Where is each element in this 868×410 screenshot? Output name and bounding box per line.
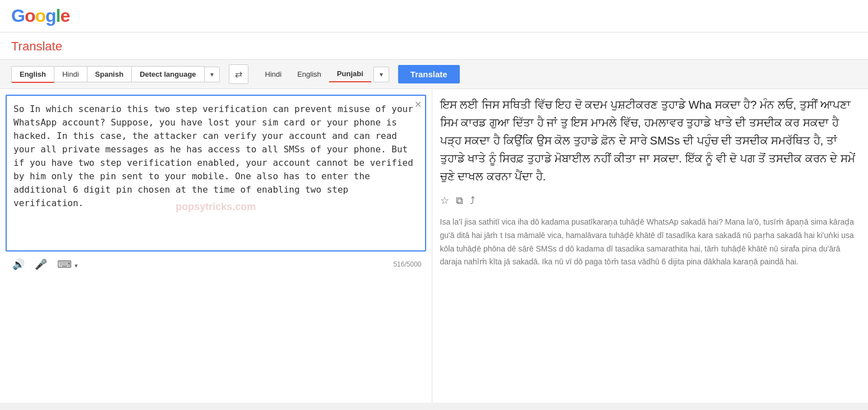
- toolbar: English Hindi Spanish Detect language ▾ …: [0, 60, 868, 89]
- clear-icon: ✕: [414, 100, 422, 109]
- translate-button[interactable]: Translate: [398, 65, 460, 83]
- main-content: ✕ popsytricks.com 🔊 🎤 ⌨ ▾ 516/5000 ਇਸ ਲਈ…: [0, 89, 868, 403]
- textarea-icons: 🔊 🎤 ⌨ ▾: [10, 257, 80, 272]
- target-lang-hindi-button[interactable]: Hindi: [257, 67, 290, 82]
- translate-title: Translate: [11, 39, 62, 53]
- swap-icon: ⇄: [235, 69, 242, 79]
- keyboard-icon: ⌨: [57, 259, 72, 270]
- target-lang-punjabi-button[interactable]: Punjabi: [329, 66, 371, 82]
- transliteration-text: Isa la'ī jisa sathitī vica iha dō kadama…: [440, 216, 861, 269]
- swap-languages-button[interactable]: ⇄: [229, 64, 248, 84]
- keyboard-dropdown-icon: ▾: [75, 262, 78, 269]
- textarea-footer: 🔊 🎤 ⌨ ▾ 516/5000: [6, 254, 426, 272]
- share-icon: ⤴: [470, 195, 475, 206]
- source-lang-english-button[interactable]: English: [11, 66, 54, 83]
- google-logo: Google: [11, 6, 70, 26]
- source-lang-dropdown-button[interactable]: ▾: [205, 67, 220, 82]
- speaker-icon: 🔊: [12, 259, 25, 270]
- char-count: 516/5000: [393, 260, 421, 268]
- target-lang-dropdown-button[interactable]: ▾: [373, 67, 389, 82]
- speaker-button[interactable]: 🔊: [10, 257, 27, 272]
- clear-text-button[interactable]: ✕: [414, 99, 422, 110]
- star-button[interactable]: ☆: [440, 194, 449, 207]
- source-lang-hindi-button[interactable]: Hindi: [54, 66, 87, 82]
- target-lang-bar: Hindi English Punjabi ▾: [257, 66, 389, 82]
- mic-icon: 🎤: [35, 259, 47, 270]
- translation-actions: ☆ ⧉ ⤴: [440, 194, 861, 207]
- translate-title-bar: Translate: [0, 32, 868, 60]
- source-detect-language-button[interactable]: Detect language: [132, 66, 204, 82]
- target-lang-english-button[interactable]: English: [289, 67, 329, 82]
- copy-icon: ⧉: [456, 195, 463, 206]
- translation-primary-text: ਇਸ ਲਈ ਜਿਸ ਸਥਿਤੀ ਵਿੱਚ ਇਹ ਦੋ ਕਦਮ ਪੁਸ਼ਟੀਕਰਣ…: [440, 96, 861, 185]
- source-textarea[interactable]: [6, 95, 426, 251]
- star-icon: ☆: [440, 195, 449, 206]
- source-lang-spanish-button[interactable]: Spanish: [87, 66, 132, 82]
- share-button[interactable]: ⤴: [470, 195, 475, 207]
- target-pane: ਇਸ ਲਈ ਜਿਸ ਸਥਿਤੀ ਵਿੱਚ ਇਹ ਦੋ ਕਦਮ ਪੁਸ਼ਟੀਕਰਣ…: [432, 89, 869, 403]
- header: Google: [0, 0, 868, 32]
- copy-button[interactable]: ⧉: [456, 195, 463, 207]
- source-pane: ✕ popsytricks.com 🔊 🎤 ⌨ ▾ 516/5000: [0, 89, 432, 403]
- keyboard-button[interactable]: ⌨ ▾: [55, 257, 80, 272]
- mic-button[interactable]: 🎤: [33, 257, 49, 272]
- source-lang-bar: English Hindi Spanish Detect language ▾: [11, 66, 220, 83]
